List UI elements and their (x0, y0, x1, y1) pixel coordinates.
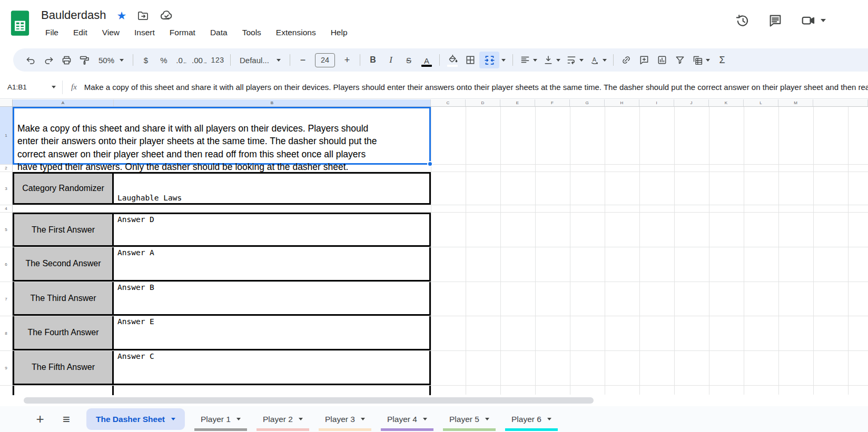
column-header-b[interactable]: B (114, 99, 431, 106)
column-header-h[interactable]: H (605, 99, 639, 106)
horizontal-align-button[interactable] (517, 52, 540, 68)
menu-help[interactable]: Help (326, 26, 353, 39)
row-header-6[interactable]: 6 (0, 247, 13, 282)
menu-file[interactable]: File (40, 26, 64, 39)
select-all-corner[interactable] (0, 99, 13, 106)
cell-b5-first-answer-value[interactable]: Answer D (114, 213, 431, 247)
tab-player-4[interactable]: Player 4 (381, 406, 433, 432)
insert-link-button[interactable] (617, 52, 635, 68)
print-button[interactable] (57, 52, 75, 68)
tab-player-1-caret[interactable] (236, 418, 241, 420)
cell-a6-second-answer-label[interactable]: The Second Answer (13, 247, 114, 282)
all-sheets-menu-button[interactable]: ≡ (57, 412, 76, 427)
star-icon[interactable]: ★ (117, 10, 127, 21)
row-header-4[interactable]: 4 (0, 205, 13, 212)
merge-dropdown-caret[interactable] (501, 59, 506, 62)
tab-player-5[interactable]: Player 5 (443, 406, 496, 432)
version-history-icon[interactable] (735, 13, 750, 28)
merge-cells-button[interactable] (479, 52, 499, 68)
meet-dropdown-caret[interactable] (821, 19, 826, 22)
cell-b7-third-answer-value[interactable]: Answer B (114, 282, 431, 316)
increase-font-size-button[interactable]: + (338, 52, 356, 68)
selected-cell-a1b1[interactable]: Make a copy of this sheet and share it w… (13, 107, 431, 165)
tab-dasher-sheet[interactable]: The Dasher Sheet (86, 408, 185, 430)
cell-a7-third-answer-label[interactable]: The Third Answer (13, 282, 114, 316)
vertical-align-button[interactable] (540, 52, 563, 68)
row-header-10[interactable] (0, 386, 13, 395)
formula-input[interactable]: Make a copy of this sheet and share it w… (84, 83, 868, 92)
undo-button[interactable] (22, 52, 40, 68)
menu-tools[interactable]: Tools (237, 26, 267, 39)
name-box[interactable]: A1:B1 (0, 83, 62, 91)
redo-button[interactable] (40, 52, 57, 68)
column-header-a[interactable]: A (13, 99, 114, 106)
column-header-d[interactable]: D (466, 99, 500, 106)
column-header-l[interactable]: L (744, 99, 778, 106)
functions-button[interactable]: Σ (713, 52, 731, 68)
menu-data[interactable]: Data (205, 26, 233, 39)
insert-chart-button[interactable] (653, 52, 671, 68)
strikethrough-button[interactable]: S (400, 52, 418, 68)
text-wrapping-button[interactable] (563, 52, 586, 68)
meet-video-icon[interactable] (801, 13, 826, 28)
font-selector[interactable]: Defaul... (234, 56, 286, 65)
tab-player-5-caret[interactable] (485, 418, 489, 420)
sheets-logo-icon[interactable] (10, 10, 30, 36)
row-header-9[interactable]: 9 (0, 351, 13, 385)
row-header-7[interactable]: 7 (0, 282, 13, 316)
tab-player-4-caret[interactable] (423, 418, 427, 420)
cell-b8-fourth-answer-value[interactable]: Answer E (114, 316, 431, 350)
cell-a5-first-answer-label[interactable]: The First Answer (13, 213, 114, 247)
tab-player-1[interactable]: Player 1 (194, 406, 247, 432)
document-title[interactable]: Baulderdash (41, 8, 106, 22)
decrease-font-size-button[interactable]: − (294, 52, 312, 68)
tab-player-6-caret[interactable] (547, 418, 551, 420)
tab-player-3[interactable]: Player 3 (319, 406, 371, 432)
row-header-5[interactable]: 5 (0, 213, 13, 247)
column-header-m[interactable]: M (778, 99, 813, 106)
menu-insert[interactable]: Insert (129, 26, 160, 39)
column-header-k[interactable]: K (709, 99, 744, 106)
tab-player-3-caret[interactable] (361, 418, 365, 420)
insert-table-button[interactable] (689, 52, 713, 68)
fill-color-button[interactable] (443, 52, 461, 68)
insert-comment-button[interactable] (635, 52, 653, 68)
text-color-button[interactable]: A (418, 52, 436, 68)
text-rotation-button[interactable]: A (586, 52, 609, 68)
row-header-1[interactable]: 1 (0, 107, 13, 164)
zoom-control[interactable]: 50% (93, 56, 129, 65)
horizontal-scrollbar-thumb[interactable] (24, 397, 594, 404)
cell-a8-fourth-answer-label[interactable]: The Fourth Answer (13, 316, 114, 350)
cell-a3-category-label[interactable]: Category Randomizer (13, 172, 114, 205)
column-header-c[interactable]: C (431, 99, 466, 106)
increase-decimal-button[interactable]: .00→ (191, 52, 209, 68)
column-header-i[interactable]: I (639, 99, 674, 106)
menu-view[interactable]: View (97, 26, 125, 39)
cloud-saved-icon[interactable] (160, 8, 173, 22)
column-header-j[interactable]: J (674, 99, 709, 106)
tab-player-2[interactable]: Player 2 (257, 406, 309, 432)
column-header-g[interactable]: G (570, 99, 605, 106)
column-header-e[interactable]: E (500, 99, 535, 106)
column-header-f[interactable]: F (535, 99, 570, 106)
format-percent-button[interactable]: % (155, 52, 173, 68)
more-formats-button[interactable]: 123 (209, 52, 226, 68)
row-header-2[interactable]: 2 (0, 165, 13, 172)
decrease-decimal-button[interactable]: .0← (173, 52, 191, 68)
menu-format[interactable]: Format (164, 26, 201, 39)
fill-handle[interactable] (427, 161, 433, 167)
borders-button[interactable] (461, 52, 479, 68)
tab-player-6[interactable]: Player 6 (505, 406, 558, 432)
italic-button[interactable]: I (382, 52, 400, 68)
font-size-input[interactable]: 24 (315, 53, 335, 67)
paint-format-button[interactable] (75, 52, 93, 68)
add-sheet-button[interactable]: + (31, 411, 50, 427)
format-currency-button[interactable]: $ (137, 52, 155, 68)
bold-button[interactable]: B (364, 52, 382, 68)
comment-history-icon[interactable] (768, 13, 783, 28)
tab-dasher-sheet-caret[interactable] (171, 418, 175, 420)
row-header-3[interactable]: 3 (0, 172, 13, 205)
create-filter-button[interactable] (671, 52, 689, 68)
cell-b9-fifth-answer-value[interactable]: Answer C (114, 351, 431, 385)
tab-player-2-caret[interactable] (299, 418, 303, 420)
